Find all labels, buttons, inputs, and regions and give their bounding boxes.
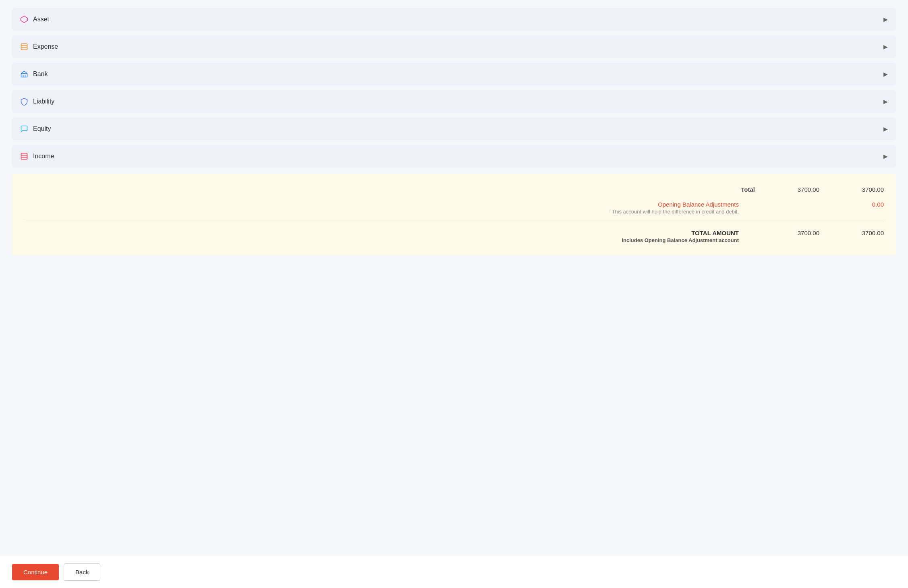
total-amount-row: TOTAL AMOUNT Includes Opening Balance Ad… [24,227,884,246]
account-row-liability[interactable]: Liability ▶ [12,90,896,113]
account-row-asset[interactable]: Asset ▶ [12,8,896,31]
equity-icon [20,125,28,133]
total-label: Total [24,186,771,193]
account-left-expense: Expense [20,43,58,51]
total-amount-credit: 3700.00 [827,230,884,236]
summary-section: Total 3700.00 3700.00 Opening Balance Ad… [12,174,896,255]
svg-marker-0 [21,16,28,23]
expense-icon [20,43,28,51]
chevron-bank-icon: ▶ [883,71,888,77]
income-icon [20,152,28,160]
total-row: Total 3700.00 3700.00 [24,184,884,195]
back-button[interactable]: Back [64,563,100,581]
account-label-expense: Expense [33,43,58,50]
account-label-liability: Liability [33,98,54,105]
chevron-income-icon: ▶ [883,153,888,159]
account-row-income[interactable]: Income ▶ [12,145,896,168]
total-amount-info: TOTAL AMOUNT Includes Opening Balance Ad… [24,230,771,243]
chevron-expense-icon: ▶ [883,43,888,50]
chevron-asset-icon: ▶ [883,16,888,23]
account-left-equity: Equity [20,125,51,133]
liability-icon [20,97,28,106]
opening-balance-amount: 0.00 [827,201,884,208]
svg-rect-7 [21,153,27,159]
account-label-income: Income [33,153,54,160]
opening-balance-title: Opening Balance Adjustments [24,201,755,208]
svg-rect-1 [21,44,27,50]
total-amount-sublabel: Includes Opening Balance Adjustment acco… [24,237,755,243]
chevron-liability-icon: ▶ [883,98,888,105]
total-amount-label: TOTAL AMOUNT [24,230,755,236]
main-content: Asset ▶ Expense ▶ Bank ▶ [0,0,908,556]
account-left-liability: Liability [20,97,54,106]
svg-rect-4 [21,73,27,77]
opening-balance-subtitle: This account will hold the difference in… [24,209,755,215]
account-left-asset: Asset [20,15,49,23]
bank-icon [20,70,28,78]
account-left-income: Income [20,152,54,160]
account-label-equity: Equity [33,125,51,133]
footer: Continue Back [0,556,908,588]
opening-balance-info: Opening Balance Adjustments This account… [24,201,771,215]
chevron-equity-icon: ▶ [883,126,888,132]
continue-button[interactable]: Continue [12,564,59,580]
account-left-bank: Bank [20,70,48,78]
total-credit: 3700.00 [827,186,884,193]
account-row-equity[interactable]: Equity ▶ [12,118,896,140]
asset-icon [20,15,28,23]
opening-balance-row: Opening Balance Adjustments This account… [24,199,884,217]
account-row-bank[interactable]: Bank ▶ [12,63,896,85]
total-debit: 3700.00 [771,186,827,193]
total-amount-debit: 3700.00 [771,230,827,236]
account-label-bank: Bank [33,70,48,78]
summary-divider [24,222,884,222]
account-row-expense[interactable]: Expense ▶ [12,35,896,58]
account-label-asset: Asset [33,16,49,23]
